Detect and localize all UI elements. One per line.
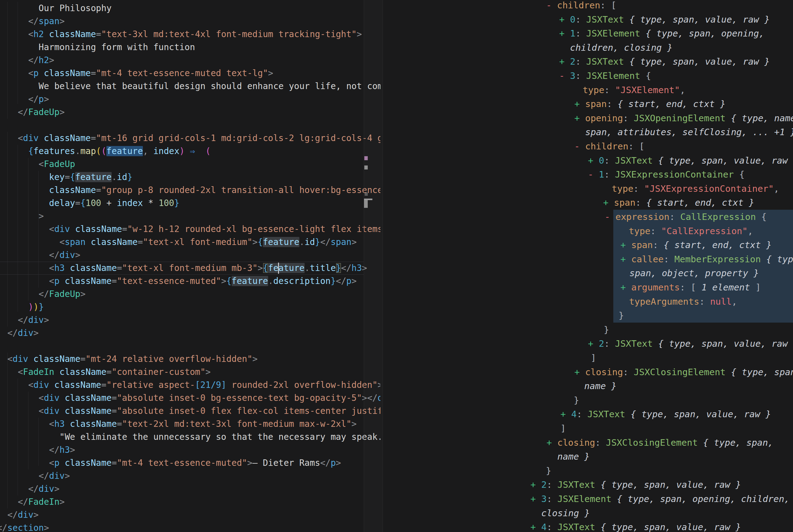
code-token: type bbox=[629, 226, 651, 236]
ast-line[interactable]: children, closing } bbox=[570, 40, 673, 55]
ast-line[interactable]: + 4: JSXText { type, span, value, raw } bbox=[560, 407, 771, 421]
ast-line[interactable]: } bbox=[546, 464, 551, 478]
code-line[interactable]: </div> bbox=[0, 249, 80, 262]
code-line[interactable]: <h3 className="text-2xl md:text-3xl font… bbox=[0, 418, 356, 431]
code-line[interactable]: </div> bbox=[0, 470, 70, 482]
ast-line[interactable]: typeArguments: null, bbox=[629, 294, 737, 309]
code-line[interactable]: <p className="mt-4 text-essence-muted te… bbox=[0, 67, 273, 80]
code-line[interactable]: > bbox=[0, 210, 44, 223]
code-line[interactable]: <h3 className="text-xl font-medium mb-3"… bbox=[0, 262, 367, 275]
code-line[interactable]: </div> bbox=[0, 314, 49, 327]
code-line[interactable]: Harmonizing form with function bbox=[0, 41, 195, 54]
ast-line[interactable]: - children: [ bbox=[574, 139, 644, 153]
code-line[interactable]: Our Philosophy bbox=[0, 2, 112, 15]
ast-line[interactable]: name } bbox=[584, 379, 617, 393]
code-token: < bbox=[0, 393, 44, 403]
code-line[interactable]: ))} bbox=[0, 301, 44, 314]
code-line[interactable]: <div className="w-12 h-12 rounded-xl bg-… bbox=[0, 223, 381, 236]
code-line[interactable]: className="group p-8 rounded-2xl transit… bbox=[0, 184, 381, 197]
ast-line[interactable]: + opening: JSXOpeningElement { type, nam… bbox=[574, 111, 793, 125]
ast-line[interactable]: type: "JSXExpressionContainer", bbox=[612, 182, 779, 196]
ast-line[interactable]: + arguments: [ 1 element ] bbox=[620, 280, 761, 294]
code-line[interactable]: <div className="relative aspect-[21/9] r… bbox=[0, 379, 381, 392]
ast-line[interactable]: } bbox=[619, 308, 624, 323]
code-line[interactable]: We believe that beautiful design should … bbox=[0, 80, 381, 93]
ast-line[interactable]: ] bbox=[591, 351, 596, 365]
code-line[interactable]: <div className="absolute inset-0 bg-esse… bbox=[0, 392, 381, 404]
code-token: { type, span, bbox=[726, 367, 793, 377]
code-token: > bbox=[336, 458, 341, 468]
ast-line[interactable]: - 3: JSXElement { bbox=[559, 69, 651, 83]
code-token: = bbox=[96, 29, 101, 39]
code-line[interactable]: <div className="absolute inset-0 flex fl… bbox=[0, 404, 381, 418]
ast-line[interactable]: + 3: JSXElement { type, span, opening, c… bbox=[530, 492, 790, 506]
code-line[interactable]: </p> bbox=[0, 93, 49, 106]
ast-line[interactable]: + 0: JSXText { type, span, value, raw } bbox=[559, 12, 770, 26]
ast-line[interactable]: + callee: MemberExpression { type, bbox=[620, 252, 793, 266]
ast-line[interactable]: name } bbox=[557, 450, 590, 464]
code-token: className bbox=[75, 224, 122, 234]
code-editor-pane[interactable]: Our Philosophy </span> <h2 className="te… bbox=[0, 0, 381, 532]
code-line[interactable]: <div className="mt-24 relative overflow-… bbox=[0, 353, 258, 366]
code-line[interactable]: </h3> bbox=[0, 443, 75, 457]
ast-line[interactable]: + closing: JSXClosingElement { type, spa… bbox=[546, 436, 773, 450]
code-line[interactable]: </h2> bbox=[0, 54, 54, 67]
code-line[interactable]: </div> bbox=[0, 482, 59, 495]
code-line[interactable]: {features.map((feature, index) ⇒ ( bbox=[0, 145, 211, 158]
ast-line[interactable]: span, attributes, selfClosing, ... +1 } bbox=[585, 125, 793, 139]
code-token: p bbox=[346, 276, 352, 286]
code-line[interactable]: </span> bbox=[0, 15, 65, 28]
ast-line[interactable]: - children: [ bbox=[546, 0, 616, 12]
ast-line[interactable]: + 0: JSXText { type, span, value, raw } bbox=[588, 153, 793, 168]
ast-line[interactable]: closing } bbox=[541, 506, 590, 520]
code-token: map bbox=[80, 146, 96, 156]
code-token: = bbox=[138, 237, 143, 247]
ast-line[interactable]: + span: { start, end, ctxt } bbox=[620, 238, 772, 252]
ast-line[interactable]: + span: { start, end, ctxt } bbox=[603, 195, 754, 210]
code-line[interactable]: <div className="mt-16 grid grid-cols-1 m… bbox=[0, 132, 381, 145]
code-line[interactable]: <h2 className="text-3xl md:text-4xl font… bbox=[0, 28, 362, 41]
ast-line[interactable]: + closing: JSXClosingElement { type, spa… bbox=[574, 365, 793, 379]
code-line[interactable]: <p className="text-essence-muted">{featu… bbox=[0, 275, 356, 288]
code-line[interactable]: delay={100 + index * 100} bbox=[0, 197, 179, 210]
code-token: = bbox=[117, 419, 122, 429]
code-line[interactable]: </div> bbox=[0, 327, 39, 340]
ast-line[interactable]: + 2: JSXText { type, span, value, raw } bbox=[530, 478, 741, 492]
ast-line[interactable]: ] bbox=[560, 421, 566, 436]
code-line[interactable]: </section> bbox=[0, 521, 49, 532]
ast-line[interactable]: + 2: JSXText { type, span, value, raw } bbox=[588, 337, 793, 351]
code-line[interactable]: "We eliminate the unnecessary so that th… bbox=[0, 431, 381, 443]
ast-line[interactable]: + 2: JSXText { type, span, value, raw } bbox=[559, 54, 770, 69]
code-token: ( bbox=[101, 146, 107, 156]
code-token: = bbox=[65, 172, 70, 182]
code-line[interactable]: </FadeUp> bbox=[0, 288, 86, 301]
code-token: } bbox=[546, 466, 551, 476]
ast-line[interactable]: + 4: JSXText { type, span, value, raw } bbox=[530, 520, 741, 532]
code-line[interactable]: <p className="mt-4 text-essence-muted">—… bbox=[0, 457, 341, 470]
code-line[interactable]: </FadeUp> bbox=[0, 106, 65, 119]
code-line[interactable]: </div> bbox=[0, 509, 39, 521]
code-token: className bbox=[54, 380, 101, 390]
ast-tree-pane[interactable]: - children: [+ 0: JSXText { type, span, … bbox=[383, 0, 793, 532]
ast-line[interactable]: } bbox=[604, 323, 609, 337]
ast-line[interactable]: type: "JSXElement", bbox=[583, 83, 685, 97]
code-token: 1 bbox=[570, 28, 575, 39]
code-token: = bbox=[117, 263, 122, 273]
code-token: > bbox=[44, 523, 49, 532]
ast-line[interactable]: + span: { start, end, ctxt } bbox=[574, 97, 726, 111]
ast-line[interactable]: - 1: JSXExpressionContainer { bbox=[588, 167, 744, 182]
ast-line[interactable]: - expression: CallExpression { bbox=[605, 210, 767, 224]
ruler-mark-bar-vertical bbox=[364, 200, 368, 208]
ast-line[interactable]: span, object, property } bbox=[630, 266, 759, 280]
code-token: + bbox=[574, 99, 585, 109]
code-line[interactable]: </FadeIn> bbox=[0, 495, 65, 509]
code-line[interactable]: <FadeUp bbox=[0, 158, 75, 171]
code-line[interactable]: key={feature.id} bbox=[0, 171, 132, 184]
code-line[interactable]: <span className="text-xl font-medium">{f… bbox=[0, 236, 356, 249]
code-token: > bbox=[70, 445, 75, 455]
overview-ruler[interactable] bbox=[364, 0, 383, 532]
ast-line[interactable]: type: "CallExpression", bbox=[629, 224, 753, 238]
ast-line[interactable]: + 1: JSXElement { type, span, opening, bbox=[559, 26, 765, 40]
ast-line[interactable]: } bbox=[574, 393, 579, 407]
code-line[interactable]: <FadeIn className="container-custom"> bbox=[0, 366, 211, 379]
